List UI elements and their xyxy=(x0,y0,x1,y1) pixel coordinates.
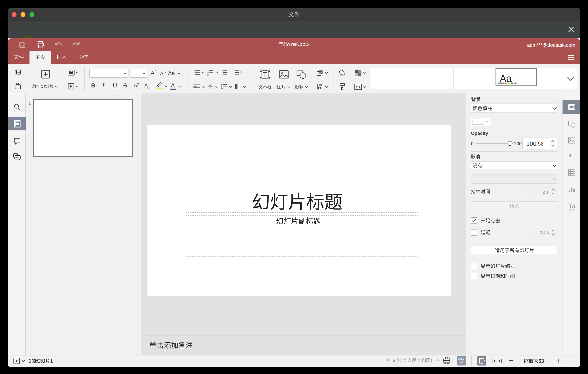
svg-text:1: 1 xyxy=(207,69,209,72)
svg-text:3: 3 xyxy=(207,74,209,76)
